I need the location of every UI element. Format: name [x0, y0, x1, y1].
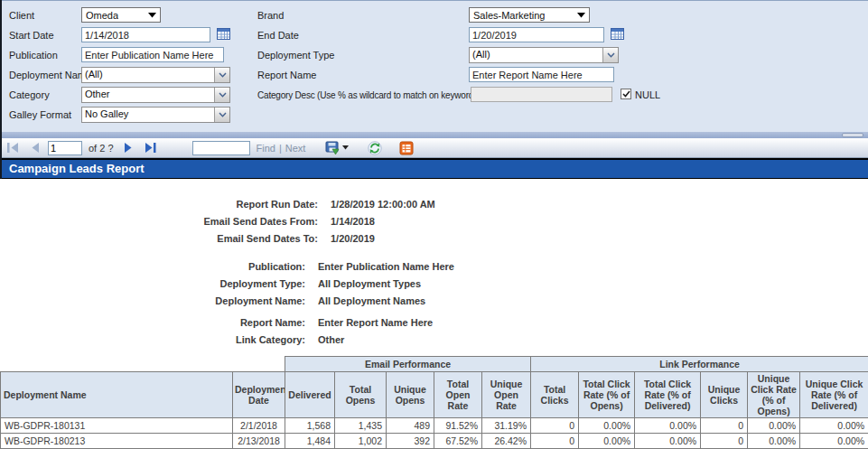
chevron-down-icon [219, 92, 227, 98]
group-header-row: Email Performance Link Performance [1, 357, 868, 372]
client-dropdown[interactable]: Omeda [81, 7, 161, 23]
cell-deployment-date: 2/13/2018 [233, 434, 285, 449]
cell-total-open-rate: 67.52% [434, 434, 482, 449]
client-label: Client [9, 10, 34, 21]
null-checkbox[interactable] [621, 89, 631, 99]
cell-unique-opens: 392 [387, 434, 434, 449]
cell-deployment-name: WB-GDPR-180213 [1, 434, 233, 449]
col-header-total-clicks: Total Clicks [531, 372, 579, 418]
start-date-calendar-button[interactable] [216, 27, 230, 41]
report-info-names: Report Name:Enter Report Name Here Link … [0, 313, 868, 348]
deployment-name-row: Deployment Name:All Deployment Names [0, 292, 868, 309]
calendar-icon [217, 27, 230, 40]
col-header-total-click-rate-delivered: Total Click Rate (% of Delivered) [635, 372, 701, 418]
email-send-to-value: 1/20/2019 [331, 233, 375, 244]
cell-delivered: 1,484 [285, 434, 335, 449]
report-name-info-label: Report Name: [0, 314, 305, 331]
refresh-button[interactable] [368, 141, 382, 155]
deployment-type-info-label: Deployment Type: [0, 276, 305, 292]
page-number-input[interactable] [48, 141, 82, 155]
deployment-name-info-label: Deployment Name: [0, 293, 305, 309]
col-header-unique-opens: Unique Opens [387, 372, 434, 418]
col-header-deployment-date: Deployment Date [233, 372, 285, 418]
data-feed-button[interactable] [399, 141, 414, 155]
export-button[interactable] [325, 141, 349, 155]
category-label: Category [9, 89, 50, 100]
find-next-separator: | [279, 143, 282, 154]
report-run-date-value: 1/28/2019 12:00:00 AM [331, 199, 435, 210]
cell-unique-open-rate: 31.19% [482, 418, 531, 434]
end-date-input[interactable] [469, 27, 604, 42]
col-header-unique-clicks: Unique Clicks [701, 372, 748, 418]
col-header-total-click-rate-opens: Total Click Rate (% of Opens) [579, 372, 635, 418]
publication-input[interactable] [81, 47, 224, 62]
cell-total-click-rate-opens: 0.00% [579, 418, 635, 434]
first-page-button[interactable] [7, 143, 19, 153]
dropdown-caret-icon [342, 145, 349, 150]
report-name-row: Report Name:Enter Report Name Here [0, 313, 868, 331]
cell-unique-opens: 489 [387, 418, 434, 434]
publication-label: Publication [9, 50, 58, 61]
find-input[interactable] [192, 141, 250, 155]
report-run-date-row: Report Run Date:1/28/2019 12:00:00 AM [0, 195, 868, 212]
email-send-from-label: Email Send Dates From: [0, 213, 318, 229]
previous-page-icon [31, 143, 40, 153]
category-dropdown[interactable]: Other [81, 87, 230, 103]
publication-row: Publication:Enter Publication Name Here [0, 257, 868, 275]
report-run-date-label: Report Run Date: [0, 196, 318, 212]
last-page-button[interactable] [145, 143, 156, 153]
deployment-type-label: Deployment Type [257, 50, 334, 61]
chevron-down-icon [607, 52, 615, 58]
deployment-name-dropdown[interactable]: (All) [81, 67, 230, 83]
find-link[interactable]: Find [257, 143, 275, 154]
dropdown-button [214, 68, 229, 82]
deployment-type-row: Deployment Type:All Deployment Types [0, 275, 868, 292]
col-header-unique-click-rate-delivered: Unique Click Rate (% of Delivered) [800, 372, 868, 418]
col-header-delivered: Delivered [285, 372, 335, 418]
deployment-name-label: Deployment Name [9, 70, 91, 80]
brand-dropdown[interactable]: Sales-Marketing [469, 7, 590, 23]
cell-total-click-rate-delivered: 0.00% [635, 418, 701, 434]
parameters-splitter[interactable] [2, 132, 868, 138]
col-header-total-open-rate: Total Open Rate [434, 372, 482, 418]
galley-format-dropdown[interactable]: No Galley [81, 107, 230, 123]
link-category-row: Link Category:Other [0, 331, 868, 348]
email-send-to-label: Email Send Dates To: [0, 230, 318, 247]
col-header-total-opens: Total Opens [335, 372, 387, 418]
first-page-icon [7, 143, 19, 153]
column-header-row: Deployment Name Deployment Date Delivere… [1, 372, 868, 418]
cell-total-clicks: 0 [531, 418, 579, 434]
cell-total-click-rate-delivered: 0.00% [635, 434, 701, 449]
publication-info-label: Publication: [0, 258, 305, 275]
deployment-name-info-value: All Deployment Names [318, 295, 425, 306]
end-date-calendar-button[interactable] [610, 27, 624, 41]
start-date-input[interactable] [81, 27, 210, 42]
report-viewer-window: Client Omeda Start Date Publication Depl… [0, 0, 868, 449]
col-header-unique-open-rate: Unique Open Rate [482, 372, 531, 418]
deployment-type-dropdown[interactable]: (All) [469, 47, 619, 63]
cell-total-click-rate-opens: 0.00% [579, 434, 635, 449]
email-performance-group-header: Email Performance [285, 357, 531, 372]
table-row: WB-GDPR-180213 2/13/2018 1,484 1,002 392… [1, 434, 868, 449]
triangle-down-icon [148, 13, 156, 18]
refresh-icon [368, 141, 382, 155]
category-desc-input [471, 87, 612, 102]
cell-unique-click-rate-delivered: 0.00% [800, 434, 868, 449]
splitter-handle-icon[interactable] [842, 133, 863, 137]
parameter-panel: Client Omeda Start Date Publication Depl… [2, 0, 868, 132]
link-category-info-value: Other [318, 334, 344, 345]
col-header-unique-click-rate-opens: Unique Click Rate (% of Opens) [748, 372, 800, 418]
last-page-icon [145, 143, 156, 153]
report-name-input[interactable] [469, 67, 614, 82]
page-count-label: of 2 ? [89, 143, 114, 154]
next-link[interactable]: Next [285, 143, 306, 154]
next-page-button[interactable] [124, 143, 133, 153]
chevron-down-icon [219, 72, 227, 78]
cell-unique-click-rate-delivered: 0.00% [800, 418, 868, 434]
col-header-deployment-name: Deployment Name [1, 372, 233, 418]
email-send-from-value: 1/14/2018 [331, 216, 375, 227]
email-send-from-row: Email Send Dates From:1/14/2018 [0, 212, 868, 229]
previous-page-button[interactable] [31, 143, 40, 153]
cell-delivered: 1,568 [285, 418, 335, 434]
link-category-info-label: Link Category: [0, 332, 305, 348]
